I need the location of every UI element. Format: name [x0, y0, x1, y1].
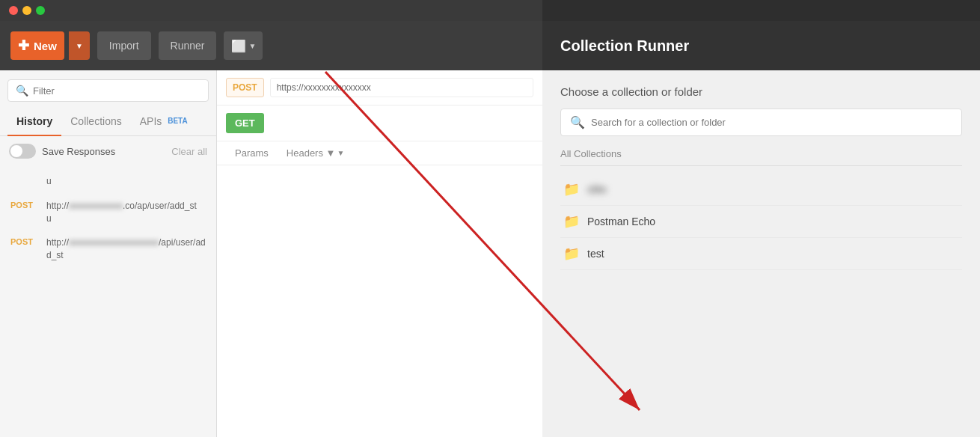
sidebar-tabs: History Collections APIs BETA: [0, 108, 216, 136]
runner-search-box[interactable]: 🔍: [560, 109, 962, 136]
method-badge: POST: [10, 236, 39, 246]
plus-icon: ✚: [18, 37, 29, 54]
folder-icon: 📁: [563, 213, 580, 230]
runner-title: Collection Runner: [560, 37, 689, 55]
minimize-button[interactable]: [22, 6, 31, 15]
tab-apis[interactable]: APIs BETA: [131, 108, 197, 136]
collection-item-postman-echo[interactable]: 📁 Postman Echo: [560, 206, 962, 238]
collection-name: cblo: [587, 183, 607, 195]
clear-all-button[interactable]: Clear all: [171, 146, 207, 157]
history-url: http://xxxxxxxxxxxx.co/ap/user/add_stu: [46, 200, 197, 225]
headers-dropdown-icon: ▼: [337, 149, 344, 157]
collection-item-test[interactable]: 📁 test: [560, 238, 962, 270]
request-tabs: Params Headers ▼ ▼: [217, 141, 542, 165]
runner-search-icon: 🔍: [570, 115, 585, 129]
history-url: http://xxxxxxxxxxxxxxxxxxxx/api/user/add…: [46, 236, 206, 262]
runner-label: Runner: [171, 40, 205, 52]
filter-input[interactable]: [33, 85, 200, 97]
request-bar: POST https://xxxxxxxxxxxxxxx: [217, 70, 542, 106]
history-list: u POST http://xxxxxxxxxxxx.co/ap/user/ad…: [0, 166, 216, 437]
runner-body: Choose a collection or folder 🔍 All Coll…: [542, 70, 980, 437]
import-label: Import: [109, 40, 139, 52]
history-item[interactable]: u: [0, 169, 216, 194]
sidebar-search-container: 🔍: [0, 70, 216, 108]
icon-button[interactable]: ⬜ ▼: [224, 31, 263, 60]
collection-name: test: [587, 248, 604, 260]
tab-headers[interactable]: Headers ▼ ▼: [278, 141, 354, 165]
method-display: POST: [226, 78, 264, 97]
runner-search-input[interactable]: [591, 117, 952, 128]
get-bar: GET: [217, 106, 542, 141]
search-icon: 🔍: [16, 85, 28, 97]
method-badge: [10, 175, 39, 176]
folder-icon: 📁: [563, 181, 580, 198]
all-collections-label: All Collections: [560, 148, 962, 166]
new-label: New: [34, 40, 57, 52]
import-button[interactable]: Import: [97, 31, 151, 60]
history-controls: Save Responses Clear all: [0, 136, 216, 166]
folder-icon: 📁: [563, 245, 580, 262]
tab-collections[interactable]: Collections: [61, 108, 130, 136]
runner-subtitle: Choose a collection or folder: [560, 85, 962, 98]
new-dropdown-button[interactable]: ▼: [69, 31, 90, 60]
traffic-lights: [9, 6, 45, 15]
tab-history[interactable]: History: [7, 108, 61, 136]
monitor-icon: ⬜: [231, 39, 246, 53]
save-responses-toggle[interactable]: [9, 144, 36, 159]
dropdown-icon: ▼: [249, 42, 257, 50]
close-button[interactable]: [9, 6, 18, 15]
runner-button[interactable]: Runner: [159, 31, 217, 60]
filter-search-box[interactable]: 🔍: [7, 79, 209, 102]
get-badge: GET: [226, 113, 264, 133]
new-button[interactable]: ✚ New: [10, 31, 64, 60]
history-item[interactable]: POST http://xxxxxxxxxxxx.co/ap/user/add_…: [0, 194, 216, 231]
chevron-down-icon: ▼: [76, 42, 83, 50]
save-responses-wrapper: Save Responses: [9, 144, 115, 159]
history-item[interactable]: POST http://xxxxxxxxxxxxxxxxxxxx/api/use…: [0, 230, 216, 268]
history-url: u: [46, 175, 52, 188]
save-responses-label: Save Responses: [42, 146, 115, 157]
collection-item-cblo[interactable]: 📁 cblo: [560, 174, 962, 206]
url-display: https://xxxxxxxxxxxxxxx: [270, 78, 533, 97]
maximize-button[interactable]: [36, 6, 45, 15]
collection-name: Postman Echo: [587, 216, 655, 227]
tab-params[interactable]: Params: [226, 141, 278, 165]
method-badge: POST: [10, 200, 39, 210]
beta-badge: BETA: [168, 117, 187, 125]
